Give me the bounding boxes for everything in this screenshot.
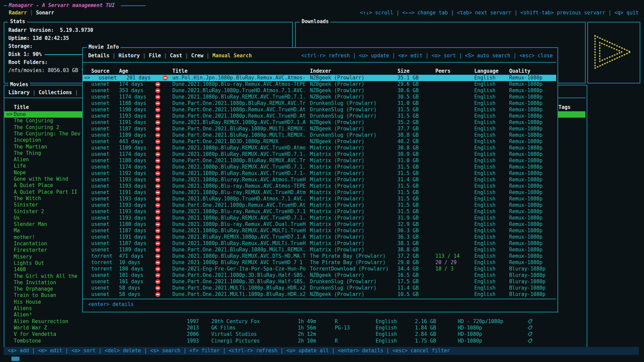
movie-list-item[interactable]: The Conjuring 2 [14,124,59,131]
tab-library[interactable]: Library [8,89,30,96]
movie-list-item[interactable]: Train to Busan [14,292,56,299]
release-row[interactable]: usenet1193 daysDune.2021.1080p.BluRay.RE… [83,215,556,221]
release-row[interactable]: usenet101 daysDune.Part.One.2021.1080p.3… [83,272,556,279]
release-row[interactable]: usenet1192 daysDune.2021.1080p.BluRay.Re… [83,170,556,177]
bottom-keybar: <a> add | <e> edit | <o> sort | <del> de… [4,347,639,355]
release-row[interactable]: usenet443 daysDune.Part.One.2021.BD3D.10… [83,138,556,145]
movie-list-item[interactable]: The Invitation [14,280,56,286]
release-size: 31.4 GB [397,177,419,183]
movie-list-item[interactable]: The Girl with All the [14,273,77,280]
tab-radarr[interactable]: Radarr [9,10,27,16]
column-header-age[interactable]: Age [119,68,128,74]
release-row[interactable]: usenet1180 daysDune.2021.1080p.Blu-ray.R… [83,221,556,228]
tab-crew[interactable]: Crew [191,53,203,59]
movie-list-item[interactable]: 1408 [14,266,26,273]
release-size: 36.3 GB [397,234,419,240]
movie-list-item[interactable]: The Martian [14,144,47,150]
movie-table-row[interactable]: 199720th Century Fox1h 49mREnglish2.16 G… [4,318,585,325]
movie-list-item[interactable]: Ma [14,228,20,234]
movie-list-item[interactable]: Alien [14,157,29,163]
release-row[interactable]: usenet1193 daysDune.Part.One.2021.1080p.… [83,113,556,119]
release-row[interactable]: usenet1174 daysDune.2021.1080p.BluRay.RE… [83,164,556,170]
release-row[interactable]: usenet1188 daysDune.Part.One.2021.1080p.… [83,158,556,164]
release-row[interactable]: usenet1193 daysDune.2021.1080p.Blu-ray.R… [83,183,556,189]
tab-manual-search[interactable]: Manual Search [212,53,252,59]
movie-list-item[interactable]: The Witch [14,195,41,202]
release-row[interactable]: usenet1109 daysDune.2021.1080p.BluRay.RE… [83,145,556,151]
movie-list-item[interactable]: Life [14,163,26,169]
movie-list-item[interactable]: A Quiet Place Part II [14,189,77,195]
movie-list-item[interactable]: The Conjuring: The Dev [14,131,80,137]
release-row[interactable]: usenet1189 daysDune.Part.One.2021.BluRay… [83,247,556,253]
movie-table-row[interactable]: 2013GK Films1h 56mPG-13English1.84 GBHD-… [4,325,585,331]
release-title: Dune.Part.One.2021.BluRay.1080p.MULTi.RE… [172,132,306,138]
stats-root-folder-value: /nfs/movies: 8056.03 GB free [8,67,93,73]
column-header-indexer[interactable]: Indexer [310,68,331,74]
release-age: 1191 days [119,234,146,240]
movie-list-item[interactable]: Slender Man [14,221,47,228]
movie-list-item[interactable]: Alien³ [14,312,32,318]
rejected-icon [155,126,160,131]
movies-tabs: Library | Collections | [8,89,81,96]
movie-list-item[interactable]: Sinister 2 [14,208,44,215]
release-row[interactable]: usenet1191 daysDune.2021.BluRay.REMUX.10… [83,119,556,126]
release-row[interactable]: usenet1187 daysDune.Part.One.2021.BluRay… [83,126,556,132]
tab-cast[interactable]: Cast [170,53,182,59]
release-row[interactable]: usenet353 daysDune.2021.BluRay.1080p.Tru… [83,87,556,94]
movie-list-item[interactable]: Lights Out [14,260,44,266]
movie-list-item[interactable]: mother! [14,234,35,241]
release-row[interactable]: usenet1193 daysDune.2021.BluRay.1080p.Tr… [83,196,556,202]
release-row[interactable]: usenet1190 daysDune.Part.One.2021.1080p.… [83,107,556,113]
movie-table-row[interactable]: 2006Virtual Studios2h 12mEnglish2.84 GBH… [4,331,585,338]
tab-history[interactable]: History [118,53,140,59]
release-row[interactable]: usenet1174 daysDune.2021.1080p.BluRay.RE… [83,94,556,100]
release-row[interactable]: usenet1189 daysDune.Part.One.2021.BluRay… [83,132,556,138]
release-quality: Bluray-1080p [509,291,545,298]
movie-list-item[interactable]: Inception [14,137,41,143]
release-row[interactable]: usenet1187 daysDune.2021.1080p.BluRay.Re… [83,240,556,247]
release-row[interactable]: usenet1191 daysDune.2021.BluRay.REMUX.10… [83,234,556,240]
movie-list-item[interactable]: Firestarter [14,247,47,253]
column-header-title[interactable]: Title [172,68,187,74]
movie-list-item[interactable]: His House [14,299,41,305]
release-row[interactable]: usenet1191 daysDune.2021.1080p.Blu-ray.R… [83,189,556,196]
tab-collections[interactable]: Collections [39,89,72,96]
release-row[interactable]: =>usenet201 daysun.Pol.Hin.Jpn.1080p.Blu… [83,75,556,81]
release-row[interactable]: usenet1187 daysDune.2021.1080p.BluRay.RE… [83,228,556,234]
tab-file[interactable]: File [149,53,161,59]
release-size: 11.4 GB [397,285,419,291]
release-row[interactable]: torrent471 daysDune.2021.1080p.BluRay.RE… [83,253,556,259]
movie-list-item[interactable]: Nope [14,170,26,176]
column-header-language[interactable]: Language [474,68,498,74]
tab-sonarr[interactable]: Sonarr [36,10,54,16]
movie-list-item[interactable]: Gone with the Wind [14,176,68,182]
movie-list-item[interactable]: Aliens [14,305,32,312]
movie-list-item[interactable]: Misery [14,254,32,260]
movie-list-item[interactable]: Us [14,215,20,221]
release-row[interactable]: torrent10 daysDune 2021 1080p BluRay REM… [83,259,556,266]
release-row[interactable]: usenet1193 daysDune.2021.1080p.Bluray.Re… [83,177,556,183]
column-header-quality[interactable]: Quality [509,68,530,74]
column-header-source[interactable]: Source [91,68,109,74]
release-row[interactable]: usenet174 daysDune.2021.1080p.Blu-ray.Re… [83,81,556,87]
tab-details[interactable]: Details [88,53,109,59]
rejected-icon [155,165,160,170]
column-header-size[interactable]: Size [397,68,410,74]
release-row[interactable]: usenet1193 daysDune.Part.One.2021.1080p.… [83,202,556,208]
release-language: English [474,221,495,228]
movie-list-item[interactable]: The Orphanage [14,286,53,292]
movie-list-item[interactable]: The Thing [14,150,41,157]
release-row[interactable]: usenet58 daysDune.Part.One.2021.MULTi.10… [83,285,556,291]
release-row[interactable]: usenet58 daysDune.Part.One.2021.MULTi.10… [83,291,556,298]
release-row[interactable]: usenet1193 daysDune.2021.1080p.Blu-ray.R… [83,208,556,215]
release-row[interactable]: usenet101 daysDune.Part.One.2021.1080p.3… [83,279,556,285]
release-row[interactable]: torrent180 daysDune-2021-Eng-Fre-Ger-Ita… [83,266,556,272]
movie-list-item[interactable]: The Conjuring [14,118,53,124]
movie-list-item[interactable]: Sinister [14,202,38,208]
movie-table-row[interactable]: 1993Cinergi Pictures2h 10mREnglish1.75 G… [4,338,585,344]
movie-list-item[interactable]: Incantation [14,241,47,247]
release-row[interactable]: usenet1188 daysDune.Part.One.2021.1080p.… [83,100,556,107]
release-row[interactable]: usenet1174 daysDune.2021.1080p.BluRay.RE… [83,151,556,158]
movie-list-item[interactable]: A Quiet Place [14,182,53,189]
column-header-peers[interactable]: Peers [435,68,450,74]
